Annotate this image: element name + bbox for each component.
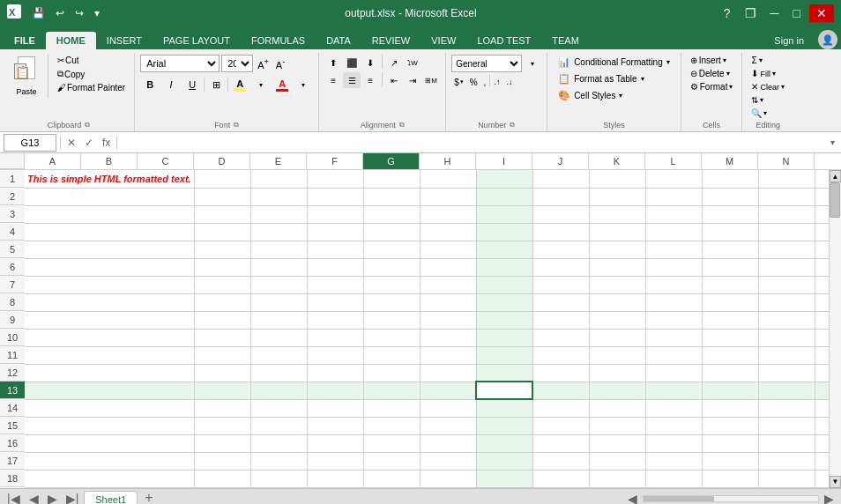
row-header-4[interactable]: 4	[0, 223, 25, 241]
cell-K1[interactable]	[702, 170, 758, 188]
increase-font-button[interactable]: A+	[255, 55, 272, 72]
row-header-11[interactable]: 11	[0, 346, 25, 364]
col-header-B[interactable]: B	[81, 153, 138, 169]
cell-A2[interactable]	[25, 188, 194, 205]
cell-A13[interactable]	[25, 382, 194, 399]
tab-review[interactable]: REVIEW	[361, 32, 420, 49]
col-header-J[interactable]: J	[532, 153, 589, 169]
row-header-9[interactable]: 9	[0, 311, 25, 329]
sheet-nav-first[interactable]: |◀	[4, 490, 24, 505]
cell-E1[interactable]	[363, 170, 420, 188]
scroll-track[interactable]	[830, 182, 841, 476]
cancel-formula-button[interactable]: ✕	[64, 137, 78, 149]
center-align-button[interactable]: ☰	[343, 72, 361, 88]
cell-A1[interactable]: This is simple HTML formatted text.	[25, 170, 194, 188]
row-header-12[interactable]: 12	[0, 364, 25, 382]
close-button[interactable]: ✕	[809, 4, 834, 22]
col-header-A[interactable]: A	[25, 153, 81, 169]
sheet-nav-next[interactable]: ▶	[44, 490, 61, 505]
row-header-2[interactable]: 2	[0, 188, 25, 205]
cell-J1[interactable]	[645, 170, 702, 188]
format-as-table-button[interactable]: 📋 Format as Table ▾	[553, 71, 675, 86]
number-expand-icon[interactable]: ⧉	[510, 121, 515, 130]
row-header-3[interactable]: 3	[0, 205, 25, 223]
minimize-button[interactable]: ─	[765, 4, 785, 22]
font-color-button[interactable]: A	[272, 78, 292, 93]
cell-F1[interactable]	[420, 170, 476, 188]
sign-in-button[interactable]: Sign in	[763, 32, 815, 49]
tab-insert[interactable]: INSERT	[96, 32, 153, 49]
font-color-dropdown[interactable]: ▾	[294, 76, 313, 93]
tab-file[interactable]: FILE	[4, 32, 46, 49]
italic-button[interactable]: I	[161, 76, 181, 93]
row-header-18[interactable]: 18	[0, 470, 25, 487]
comma-button[interactable]: ,	[481, 74, 489, 90]
customize-quick-btn[interactable]: ▾	[91, 5, 103, 21]
row-header-14[interactable]: 14	[0, 399, 25, 417]
orientation-button[interactable]: ↗	[385, 55, 403, 70]
row-header-13[interactable]: 13	[0, 382, 25, 399]
col-header-D[interactable]: D	[194, 153, 250, 169]
increase-decimal-button[interactable]: .↑	[491, 74, 502, 90]
middle-align-button[interactable]: ⬛	[343, 55, 361, 70]
tab-load-test[interactable]: LOAD TEST	[466, 32, 541, 49]
col-header-M[interactable]: M	[702, 153, 758, 169]
tab-team[interactable]: TEAM	[541, 32, 590, 49]
sum-button[interactable]: Σ ▾	[748, 55, 765, 66]
decrease-font-button[interactable]: A-	[273, 55, 287, 72]
cell-G13[interactable]	[476, 382, 532, 399]
col-header-L[interactable]: L	[645, 153, 702, 169]
restore-button[interactable]: ❐	[740, 4, 762, 22]
tab-data[interactable]: DATA	[316, 32, 361, 49]
insert-cells-button[interactable]: ⊕ Insert ▾	[687, 55, 730, 66]
format-painter-button[interactable]: 🖌 Format Painter	[54, 82, 129, 93]
cut-button[interactable]: ✂ Cut	[54, 55, 129, 66]
col-header-C[interactable]: C	[138, 153, 194, 169]
clear-button[interactable]: ✕ Clear ▾	[748, 81, 788, 93]
row-header-8[interactable]: 8	[0, 293, 25, 311]
cell-I1[interactable]	[589, 170, 645, 188]
vertical-scrollbar[interactable]: ▲ ▼	[829, 170, 841, 488]
col-header-G[interactable]: G	[363, 153, 420, 169]
paste-button[interactable]: 📋 Paste	[9, 55, 44, 98]
tab-view[interactable]: VIEW	[420, 32, 466, 49]
row-header-16[interactable]: 16	[0, 434, 25, 452]
format-cells-button[interactable]: ⚙ Format ▾	[687, 81, 737, 93]
top-align-button[interactable]: ⬆	[324, 55, 342, 70]
fill-color-button[interactable]: A	[230, 78, 249, 93]
help-button[interactable]: ?	[718, 4, 736, 22]
scroll-down-button[interactable]: ▼	[830, 476, 841, 488]
right-align-button[interactable]: ≡	[361, 72, 379, 88]
scroll-thumb[interactable]	[830, 182, 840, 218]
increase-indent-button[interactable]: ⇥	[404, 72, 421, 88]
number-format-expand[interactable]: ▾	[524, 56, 541, 71]
save-quick-btn[interactable]: 💾	[28, 5, 48, 21]
h-scroll-thumb[interactable]	[644, 496, 714, 501]
insert-function-button[interactable]: fx	[100, 137, 113, 149]
cell-C1[interactable]	[250, 170, 307, 188]
decrease-decimal-button[interactable]: .↓	[503, 74, 515, 90]
col-header-E[interactable]: E	[250, 153, 307, 169]
font-size-select[interactable]: 20	[221, 55, 253, 72]
find-select-button[interactable]: 🔍 ▾	[748, 107, 770, 119]
currency-button[interactable]: $ ▾	[451, 74, 466, 90]
tab-home[interactable]: HOME	[46, 32, 96, 49]
undo-quick-btn[interactable]: ↩	[52, 5, 68, 21]
sheet-nav-last[interactable]: ▶|	[63, 490, 83, 505]
confirm-formula-button[interactable]: ✓	[82, 137, 96, 149]
row-header-17[interactable]: 17	[0, 452, 25, 470]
font-name-select[interactable]: Arial	[140, 55, 220, 72]
redo-quick-btn[interactable]: ↪	[71, 5, 87, 21]
font-expand-icon[interactable]: ⧉	[234, 121, 239, 130]
cell-G1[interactable]	[476, 170, 532, 188]
cell-D1[interactable]	[307, 170, 363, 188]
conditional-formatting-button[interactable]: 📊 Conditional Formatting ▾	[553, 55, 675, 70]
cell-M1[interactable]	[815, 170, 829, 188]
grid-scroll[interactable]: This is simple HTML formatted text.	[25, 170, 829, 488]
fill-button[interactable]: ⬇ Fill ▾	[748, 68, 779, 79]
sheet-nav-prev[interactable]: ◀	[26, 490, 42, 505]
col-header-F[interactable]: F	[307, 153, 363, 169]
cell-styles-button[interactable]: 🎨 Cell Styles ▾	[553, 88, 675, 103]
tab-page-layout[interactable]: PAGE LAYOUT	[153, 32, 241, 49]
row-header-6[interactable]: 6	[0, 258, 25, 276]
